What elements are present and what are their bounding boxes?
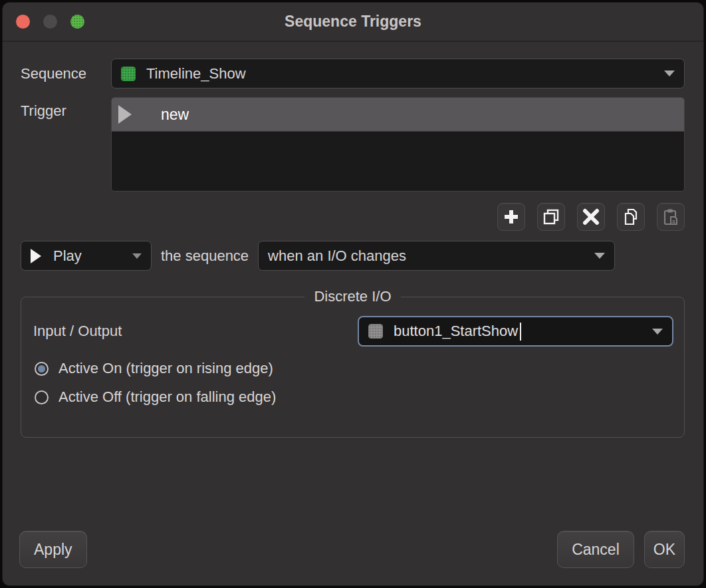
ok-button[interactable]: OK <box>644 531 685 568</box>
x-icon <box>582 208 600 225</box>
add-trigger-button[interactable] <box>497 203 525 231</box>
zoom-button[interactable] <box>70 15 84 29</box>
text-caret <box>520 323 521 341</box>
trigger-row: Trigger new <box>21 97 685 192</box>
io-row: Input / Output button1_StartShow <box>32 316 673 347</box>
minimize-button[interactable] <box>43 15 57 29</box>
radio-on-icon[interactable] <box>35 362 49 376</box>
chevron-down-icon <box>132 253 142 259</box>
chevron-down-icon <box>652 329 663 335</box>
chevron-down-icon <box>594 253 605 259</box>
traffic-lights <box>16 15 84 29</box>
cancel-button[interactable]: Cancel <box>557 531 634 568</box>
io-color-icon <box>368 324 383 339</box>
paste-trigger-button[interactable] <box>657 203 685 231</box>
discrete-io-legend: Discrete I/O <box>304 288 400 305</box>
copy-icon <box>622 208 640 225</box>
duplicate-trigger-button[interactable] <box>537 203 565 231</box>
dialog-window: Sequence Triggers Sequence Timeline_Show… <box>2 2 704 586</box>
io-value: button1_StartShow <box>394 323 518 340</box>
action-dropdown[interactable]: Play <box>21 241 152 271</box>
edge-radio-group: Active On (trigger on rising edge) Activ… <box>32 360 673 406</box>
paste-icon <box>662 208 679 225</box>
discrete-io-group: Discrete I/O Input / Output button1_Star… <box>21 288 685 438</box>
sequence-label: Sequence <box>21 65 111 82</box>
titlebar: Sequence Triggers <box>3 3 703 42</box>
window-title: Sequence Triggers <box>3 13 703 31</box>
io-combobox[interactable]: button1_StartShow <box>358 316 673 347</box>
dialog-footer: Apply Cancel OK <box>19 531 685 568</box>
plus-icon <box>503 208 520 225</box>
sequence-value: Timeline_Show <box>146 65 246 82</box>
sequence-row: Sequence Timeline_Show <box>21 59 685 88</box>
trigger-list-item[interactable]: new <box>112 98 684 132</box>
duplicate-icon <box>542 208 560 225</box>
close-button[interactable] <box>16 15 30 29</box>
sequence-dropdown[interactable]: Timeline_Show <box>111 59 685 88</box>
trigger-list[interactable]: new <box>111 97 685 192</box>
sequence-color-icon <box>121 67 136 81</box>
radio-off-label: Active Off (trigger on falling edge) <box>59 388 276 406</box>
radio-on-label: Active On (trigger on rising edge) <box>59 360 273 377</box>
trigger-toolbar <box>21 203 685 231</box>
action-row: Play the sequence when an I/O changes <box>21 241 685 271</box>
condition-value: when an I/O changes <box>268 247 406 265</box>
chevron-down-icon <box>664 71 675 76</box>
radio-off-icon[interactable] <box>35 390 49 404</box>
io-label: Input / Output <box>33 323 122 340</box>
action-value: Play <box>53 247 82 265</box>
play-icon <box>118 105 132 124</box>
radio-active-off[interactable]: Active Off (trigger on falling edge) <box>35 388 673 406</box>
play-icon <box>31 249 41 263</box>
apply-button[interactable]: Apply <box>19 531 87 568</box>
condition-dropdown[interactable]: when an I/O changes <box>258 241 615 271</box>
copy-trigger-button[interactable] <box>617 203 645 231</box>
trigger-label: Trigger <box>21 97 111 120</box>
trigger-item-name: new <box>161 106 189 124</box>
delete-trigger-button[interactable] <box>577 203 605 231</box>
radio-active-on[interactable]: Active On (trigger on rising edge) <box>35 360 673 377</box>
action-middle-text: the sequence <box>161 247 249 265</box>
